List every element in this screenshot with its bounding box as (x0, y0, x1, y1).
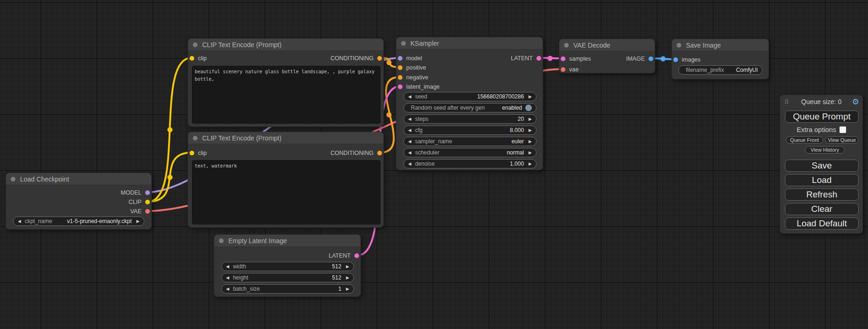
input-dot-clip[interactable] (190, 56, 194, 61)
collapse-dot-icon[interactable] (219, 238, 224, 243)
link-dot (661, 56, 666, 62)
input-dot-clip[interactable] (190, 151, 194, 155)
output-slot-latent: LATENT (329, 252, 359, 259)
node-titlebar[interactable]: Empty Latent Image (214, 235, 360, 247)
input-slot-samples: samples (561, 55, 591, 63)
prev-arrow-icon[interactable]: ◀ (408, 140, 411, 144)
node-save-image[interactable]: Save Image images filename_prefix ComfyU… (671, 39, 769, 79)
queue-menu-panel[interactable]: ⠿ Queue size: 0 ⚙ Queue Prompt Extra opt… (780, 95, 863, 234)
node-title: CLIP Text Encode (Prompt) (202, 134, 282, 142)
collapse-dot-icon[interactable] (193, 136, 198, 140)
output-dot-latent[interactable] (354, 253, 359, 258)
toggle-knob-icon[interactable] (525, 105, 532, 111)
increment-arrow-icon[interactable]: ▶ (529, 117, 532, 121)
collapse-dot-icon[interactable] (677, 43, 681, 48)
increment-arrow-icon[interactable]: ▶ (346, 276, 349, 280)
input-dot-latent-image[interactable] (398, 84, 402, 89)
collapse-dot-icon[interactable] (193, 42, 198, 47)
output-dot-conditioning[interactable] (377, 56, 382, 61)
input-slot-clip: clip (190, 55, 207, 62)
queue-front-button[interactable]: Queue Front (786, 136, 823, 144)
output-slot-latent: LATENT (511, 55, 541, 62)
node-title: VAE Decode (573, 42, 610, 49)
decrement-arrow-icon[interactable]: ◀ (226, 287, 229, 291)
input-dot-model[interactable] (398, 56, 402, 61)
increment-arrow-icon[interactable]: ▶ (346, 265, 349, 269)
save-button[interactable]: Save (785, 160, 859, 172)
next-arrow-icon[interactable]: ▶ (529, 151, 532, 155)
scheduler-widget[interactable]: ◀ scheduler normal ▶ (403, 148, 536, 157)
node-titlebar[interactable]: CLIP Text Encode (Prompt) (188, 39, 383, 51)
output-dot-vae[interactable] (145, 209, 150, 214)
node-empty-latent-image[interactable]: Empty Latent Image LATENT ◀ width 512 ▶ … (214, 234, 361, 297)
ckpt-name-widget[interactable]: ◀ ckpt_name v1-5-pruned-emaonly.ckpt ▶ (13, 217, 144, 226)
node-title: Empty Latent Image (228, 237, 287, 245)
increment-arrow-icon[interactable]: ▶ (529, 162, 532, 166)
input-dot-negative[interactable] (398, 75, 402, 80)
decrement-arrow-icon[interactable]: ◀ (226, 265, 229, 269)
input-dot-images[interactable] (673, 57, 678, 62)
panel-header: ⠿ Queue size: 0 ⚙ (780, 98, 862, 107)
node-titlebar[interactable]: VAE Decode (559, 39, 655, 51)
view-queue-button[interactable]: View Queue (825, 136, 859, 144)
settings-gear-icon[interactable]: ⚙ (852, 98, 859, 107)
next-arrow-icon[interactable]: ▶ (136, 219, 140, 224)
node-load-checkpoint[interactable]: Load Checkpoint MODEL CLIP VAE ◀ ckpt_na… (6, 173, 152, 230)
collapse-dot-icon[interactable] (564, 43, 569, 48)
prompt-text-input[interactable]: beautiful scenery nature glass bottle la… (192, 66, 381, 124)
output-dot-latent[interactable] (536, 56, 541, 61)
output-slot-clip: CLIP (128, 198, 150, 206)
node-titlebar[interactable]: CLIP Text Encode (Prompt) (188, 132, 383, 144)
denoise-widget[interactable]: ◀ denoise 1.000 ▶ (403, 159, 536, 168)
queue-prompt-button[interactable]: Queue Prompt (785, 111, 859, 123)
prompt-text-input[interactable]: text, watermark (192, 160, 381, 224)
cfg-widget[interactable]: ◀ cfg 8.000 ▶ (403, 126, 536, 135)
increment-arrow-icon[interactable]: ▶ (346, 287, 349, 291)
link-dot (387, 60, 392, 65)
output-dot-conditioning[interactable] (377, 151, 382, 155)
node-titlebar[interactable]: Save Image (672, 39, 769, 51)
node-ksampler[interactable]: KSampler model positive negative latent_… (396, 37, 543, 170)
increment-arrow-icon[interactable]: ▶ (529, 95, 532, 99)
input-dot-samples[interactable] (561, 56, 565, 61)
increment-arrow-icon[interactable]: ▶ (529, 128, 532, 133)
prev-arrow-icon[interactable]: ◀ (18, 219, 21, 224)
batch-size-widget[interactable]: ◀ batch_size 1 ▶ (221, 284, 354, 294)
steps-widget[interactable]: ◀ steps 20 ▶ (403, 114, 536, 124)
collapse-dot-icon[interactable] (401, 41, 406, 46)
output-dot-model[interactable] (145, 190, 150, 195)
node-graph-canvas[interactable]: Load Checkpoint MODEL CLIP VAE ◀ ckpt_na… (0, 0, 868, 329)
output-dot-clip[interactable] (145, 200, 150, 204)
width-widget[interactable]: ◀ width 512 ▶ (221, 262, 354, 271)
load-default-button[interactable]: Load Default (785, 217, 859, 230)
random-seed-toggle-widget[interactable]: Random seed after every gen enabled (403, 103, 536, 112)
drag-handle-icon[interactable]: ⠿ (784, 98, 788, 105)
next-arrow-icon[interactable]: ▶ (529, 140, 532, 144)
view-history-button[interactable]: View History (805, 146, 845, 154)
clear-button[interactable]: Clear (785, 203, 859, 215)
link-dot (548, 56, 553, 61)
output-dot-image[interactable] (649, 56, 653, 61)
collapse-dot-icon[interactable] (11, 177, 15, 182)
input-dot-vae[interactable] (561, 67, 565, 72)
load-button[interactable]: Load (785, 174, 859, 186)
decrement-arrow-icon[interactable]: ◀ (226, 276, 229, 280)
prev-arrow-icon[interactable]: ◀ (408, 151, 411, 155)
node-titlebar[interactable]: Load Checkpoint (6, 173, 151, 185)
node-titlebar[interactable]: KSampler (396, 37, 543, 49)
input-dot-positive[interactable] (398, 65, 402, 70)
decrement-arrow-icon[interactable]: ◀ (408, 162, 411, 166)
decrement-arrow-icon[interactable]: ◀ (408, 117, 411, 121)
decrement-arrow-icon[interactable]: ◀ (408, 95, 411, 99)
node-clip-text-encode-negative[interactable]: CLIP Text Encode (Prompt) clip CONDITION… (188, 132, 384, 228)
seed-widget[interactable]: ◀ seed 156680208700286 ▶ (403, 92, 536, 101)
decrement-arrow-icon[interactable]: ◀ (408, 128, 411, 133)
filename-prefix-widget[interactable]: filename_prefix ComfyUI (678, 65, 762, 75)
node-clip-text-encode-positive[interactable]: CLIP Text Encode (Prompt) clip CONDITION… (188, 38, 384, 127)
node-vae-decode[interactable]: VAE Decode samples vae IMAGE (559, 39, 655, 73)
height-widget[interactable]: ◀ height 512 ▶ (221, 273, 354, 282)
queue-size-label: Queue size: 0 (801, 98, 841, 105)
extra-options-checkbox[interactable] (840, 126, 846, 133)
refresh-button[interactable]: Refresh (785, 189, 859, 201)
sampler-name-widget[interactable]: ◀ sampler_name euler ▶ (403, 137, 536, 146)
